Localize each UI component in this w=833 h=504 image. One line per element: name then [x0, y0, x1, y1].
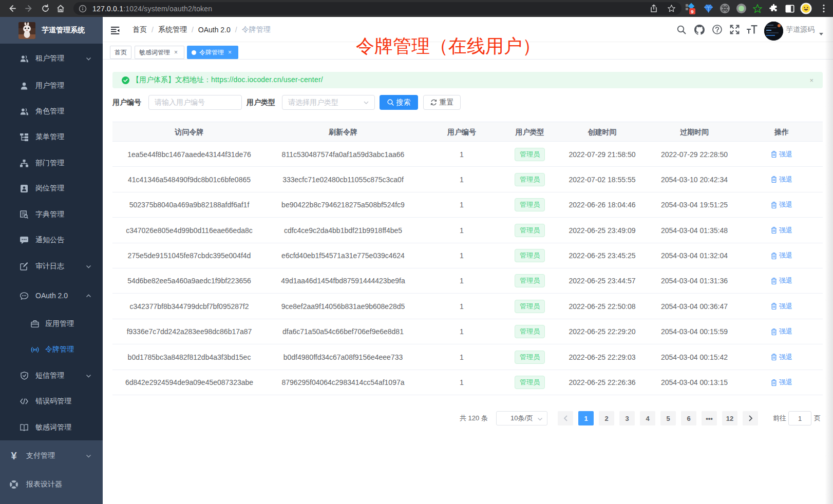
- svg-text:9: 9: [691, 8, 693, 14]
